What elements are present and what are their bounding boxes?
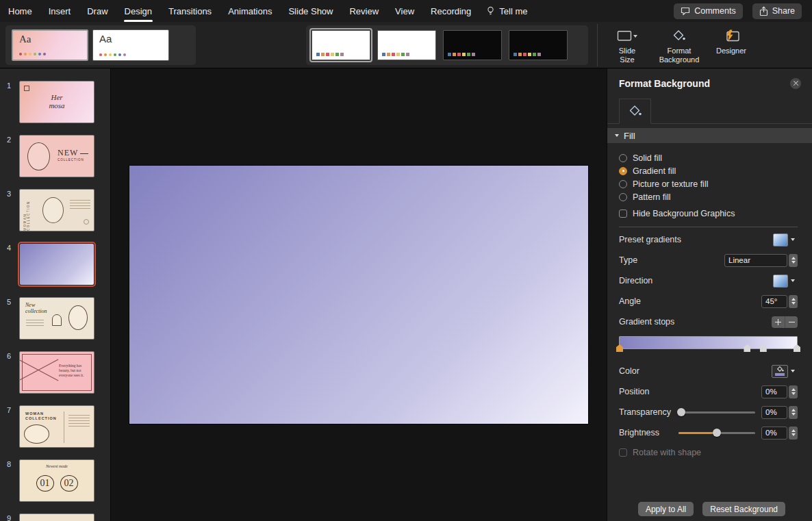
close-icon[interactable] (790, 78, 801, 89)
content-area: 1 Her mosa 2 NEW COLLECTION 3 WOMAN COLL… (0, 68, 812, 521)
brightness-slider[interactable] (678, 432, 755, 434)
slide-number: 9 (5, 513, 19, 521)
color-dropdown[interactable] (772, 365, 798, 378)
slide-item-9[interactable]: 9 (0, 513, 110, 521)
gradient-stop-marker[interactable] (794, 344, 800, 352)
slider-knob[interactable] (713, 429, 721, 437)
brightness-input[interactable]: 0% (761, 427, 787, 440)
gradient-stops-bar[interactable] (619, 336, 798, 349)
slide-number: 8 (5, 459, 19, 502)
fill-option-pattern[interactable]: Pattern fill (619, 190, 798, 203)
slide-item-7[interactable]: 7 WOMAN COLLECTION (0, 405, 110, 448)
slide-item-3[interactable]: 3 WOMAN COLLECTION (0, 189, 110, 231)
thumb-text-lines (70, 200, 90, 211)
gradient-stop-marker[interactable] (744, 344, 750, 352)
type-select[interactable]: Linear (724, 254, 787, 267)
divider (619, 227, 798, 227)
thumb-title: WOMAN COLLECTION (25, 411, 50, 421)
gradient-stop-marker[interactable] (616, 344, 623, 352)
menu-item-design[interactable]: Design (125, 6, 152, 16)
transparency-input[interactable]: 0% (761, 406, 787, 419)
slide-editor-canvas (111, 68, 607, 521)
slide-item-6[interactable]: 6 Everything has beauty, but not everyon… (0, 351, 110, 394)
slide-number: 7 (5, 405, 19, 448)
angle-input[interactable]: 45° (761, 295, 787, 308)
direction-label: Direction (619, 276, 652, 285)
radio-icon (619, 193, 627, 201)
format-background-button[interactable]: Format Background (658, 28, 700, 64)
transparency-slider[interactable] (678, 411, 755, 414)
pane-tab-strip (607, 99, 812, 124)
slide-item-1[interactable]: 1 Her mosa (0, 81, 110, 123)
checkbox-icon (619, 209, 627, 218)
tab-fill[interactable] (619, 99, 651, 124)
gradient-stop-marker[interactable] (760, 344, 767, 352)
designer-button[interactable]: Designer (710, 28, 752, 55)
menu-item-insert[interactable]: Insert (49, 6, 71, 16)
slide-item-8[interactable]: 8 Newest mode 01 02 (0, 459, 110, 502)
menu-item-animations[interactable]: Animations (228, 6, 272, 16)
fill-option-gradient[interactable]: Gradient fill (619, 164, 798, 177)
menu-item-slideshow[interactable]: Slide Show (288, 6, 333, 16)
hide-background-graphics[interactable]: Hide Background Graphics (619, 207, 798, 220)
lightbulb-icon (486, 6, 495, 16)
preset-gradients-row: Preset gradients (619, 229, 798, 250)
fill-option-label: Pattern fill (633, 192, 671, 202)
remove-gradient-stop-button[interactable] (785, 316, 798, 328)
transparency-stepper[interactable] (789, 406, 798, 419)
brightness-stepper[interactable] (789, 427, 798, 440)
position-stepper[interactable] (789, 385, 798, 398)
menu-item-draw[interactable]: Draw (87, 6, 107, 16)
variant-thumbnail-2[interactable] (377, 30, 436, 60)
brightness-label: Brightness (619, 428, 659, 437)
add-gradient-stop-button[interactable] (772, 316, 785, 328)
chevron-down-icon (788, 275, 798, 288)
menu-item-recording[interactable]: Recording (431, 6, 471, 16)
thumb-number-01: 01 (36, 475, 54, 492)
type-stepper[interactable] (789, 254, 798, 267)
fill-section-label: Fill (624, 131, 635, 141)
reset-background-button[interactable]: Reset Background (702, 502, 785, 516)
apply-to-all-button[interactable]: Apply to All (638, 502, 694, 516)
paint-bucket-icon (776, 366, 784, 372)
variant-thumbnail-3[interactable] (443, 30, 502, 60)
angle-stepper[interactable] (789, 295, 798, 308)
preset-gradients-dropdown[interactable] (773, 233, 798, 246)
thumb-arch-shape (52, 314, 62, 326)
theme-card-office[interactable]: Aa (92, 29, 169, 61)
slide-number: 4 (5, 243, 19, 285)
tell-me-label: Tell me (499, 6, 527, 16)
color-swatch (772, 365, 788, 378)
variant-thumbnail-1[interactable] (312, 30, 370, 60)
fill-option-solid[interactable]: Solid fill (619, 151, 798, 164)
slide-number: 2 (5, 135, 19, 177)
direction-dropdown[interactable] (773, 275, 798, 288)
slider-knob[interactable] (677, 408, 685, 416)
menu-item-view[interactable]: View (395, 6, 414, 16)
designer-label: Designer (716, 47, 746, 55)
variant-thumbnail-4[interactable] (509, 30, 568, 60)
slide-canvas[interactable] (129, 166, 588, 424)
thumb-quote-text: Everything has beauty, but not everyone … (59, 364, 88, 378)
thumb-oval-shape (68, 305, 88, 330)
direction-row: Direction (619, 270, 798, 291)
menu-item-review[interactable]: Review (349, 6, 379, 16)
ribbon-buttons: Slide Size Format Background (606, 25, 752, 64)
paint-bucket-icon (672, 29, 686, 42)
slide-item-5[interactable]: 5 New collection (0, 297, 110, 340)
slide-number: 6 (5, 351, 19, 394)
tell-me[interactable]: Tell me (486, 6, 527, 16)
fill-option-picture[interactable]: Picture or texture fill (619, 177, 798, 190)
comments-button[interactable]: Comments (674, 3, 742, 19)
fill-option-label: Solid fill (633, 153, 662, 163)
share-button[interactable]: Share (752, 3, 802, 19)
menu-item-home[interactable]: Home (8, 6, 32, 16)
slide-item-4-selected[interactable]: 4 (0, 243, 110, 285)
theme-card-current[interactable]: Aa (12, 29, 88, 61)
rotate-with-shape: Rotate with shape (619, 446, 798, 459)
fill-section-header[interactable]: Fill (607, 128, 812, 143)
position-input[interactable]: 0% (761, 385, 787, 398)
menu-item-transitions[interactable]: Transitions (168, 6, 212, 16)
slide-size-button[interactable]: Slide Size (606, 28, 648, 64)
slide-item-2[interactable]: 2 NEW COLLECTION (0, 135, 110, 177)
